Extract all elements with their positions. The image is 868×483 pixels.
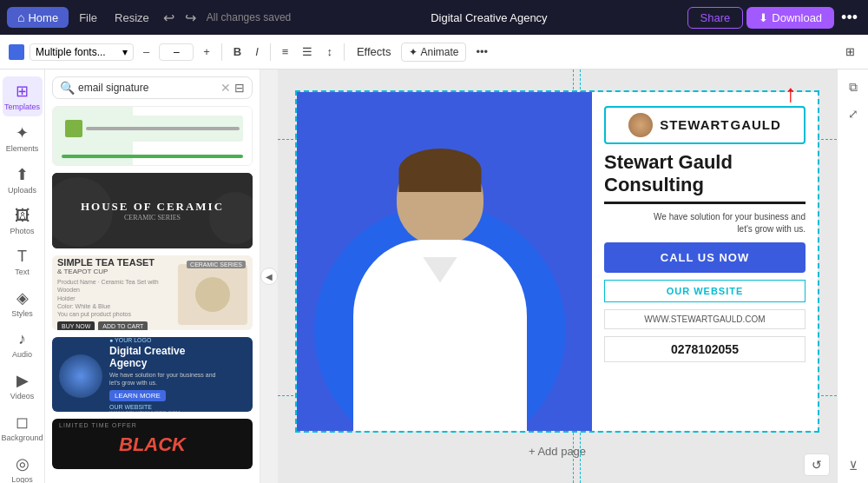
sidebar-label-templates: Templates — [4, 103, 40, 111]
tcard4-title-text: Digital CreativeAgency — [109, 345, 215, 369]
add-page-button[interactable]: + Add page — [518, 441, 596, 461]
sidebar-label-photos: Photos — [10, 227, 34, 235]
green-bar-element — [62, 155, 243, 158]
sidebar-label-background: Background — [1, 433, 43, 442]
sidebar-item-logos[interactable]: ◎ Logos — [3, 449, 43, 483]
left-section — [297, 92, 592, 431]
home-button[interactable]: ⌂ Home — [7, 7, 69, 28]
search-clear-button[interactable]: ✕ — [220, 81, 231, 95]
sidebar-label-uploads: Uploads — [8, 186, 36, 195]
brand-avatar — [628, 113, 653, 137]
sidebar-item-photos[interactable]: 🖼 Photos — [3, 202, 43, 241]
resize-handle-button[interactable]: ⊻ — [845, 455, 861, 476]
template-preview-4: ● YOUR LOGO Digital CreativeAgency We ha… — [52, 337, 253, 412]
align-button[interactable]: ≡ — [278, 43, 293, 60]
background-icon: ◻ — [16, 413, 29, 432]
italic-button[interactable]: I — [251, 43, 263, 60]
consultant-name: Stewart GauldConsulting — [604, 151, 806, 205]
sidebar-label-text: Text — [15, 268, 30, 276]
sidebar-item-background[interactable]: ◻ Background — [3, 407, 43, 447]
home-label: Home — [28, 11, 58, 24]
styles-icon: ◈ — [16, 288, 29, 308]
tcard4-circle — [59, 354, 102, 398]
sidebar-label-elements: Elements — [6, 144, 39, 153]
project-title: Digital Creative Agency — [431, 11, 547, 24]
template-preview-1 — [53, 107, 252, 165]
sidebar-item-audio[interactable]: ♪ Audio — [3, 325, 43, 364]
spacing-button[interactable]: ↕ — [322, 43, 337, 60]
panel-toggle-button[interactable]: ⊞ — [841, 43, 859, 60]
effects-button[interactable]: Effects — [352, 43, 397, 60]
person-container — [314, 136, 566, 431]
separator — [221, 43, 222, 61]
file-menu[interactable]: File — [72, 11, 104, 24]
bottom-tools: ↺ — [804, 453, 830, 476]
download-icon: ⬇ — [759, 11, 768, 24]
tcard3-title-text: SIMPLE TEA TEASET — [57, 257, 173, 268]
search-icon: 🔍 — [60, 81, 75, 95]
search-bar: 🔍 ✕ ⊟ — [52, 76, 253, 99]
audio-icon: ♪ — [18, 330, 26, 348]
font-size-plus[interactable]: + — [199, 43, 214, 60]
sidebar-item-styles[interactable]: ◈ Styles — [3, 283, 43, 323]
list-button[interactable]: ☰ — [298, 43, 317, 60]
refresh-button[interactable]: ↺ — [804, 453, 830, 476]
main-layout: ⊞ Templates ✦ Elements ⬆ Uploads 🖼 Photo… — [0, 69, 868, 483]
tagline: We have solution for your business andle… — [604, 211, 806, 235]
template-card-3[interactable]: SIMPLE TEA TEASET & TEAPOT CUP Product N… — [52, 255, 253, 330]
filter-button[interactable]: ⊟ — [234, 81, 245, 95]
undo-button[interactable]: ↩ — [160, 8, 178, 28]
sidebar-item-elements[interactable]: ✦ Elements — [3, 118, 43, 158]
sidebar-label-styles: Styles — [11, 309, 33, 318]
font-size-minus[interactable]: – — [139, 43, 154, 60]
sidebar-label-audio: Audio — [12, 350, 32, 359]
redo-button[interactable]: ↪ — [181, 8, 200, 28]
separator3 — [344, 43, 345, 61]
sidebar-label-logos: Logos — [11, 475, 33, 483]
tcard2-title-text: HOUSE OF CERAMIC — [81, 200, 224, 214]
font-size-display: – — [159, 43, 194, 61]
canvas-area: STEWART GAULD Stewart GauldConsulting We… — [278, 69, 837, 483]
elements-icon: ✦ — [16, 123, 29, 142]
more-options-button[interactable]: ••• — [838, 9, 861, 27]
home-icon: ⌂ — [17, 10, 24, 24]
animate-icon: ✦ — [409, 46, 418, 58]
website-link[interactable]: OUR WEBSITE — [604, 280, 806, 302]
resize-menu[interactable]: Resize — [108, 11, 156, 24]
share-button[interactable]: Share — [687, 7, 744, 29]
toolbar-more-button[interactable]: ••• — [471, 43, 492, 60]
brand-header: STEWART GAULD — [604, 106, 806, 144]
sidebar-item-templates[interactable]: ⊞ Templates — [3, 76, 43, 116]
sidebar-item-videos[interactable]: ▶ Videos — [3, 366, 43, 406]
position-button[interactable]: ⧉ — [845, 76, 861, 98]
sidebar-item-uploads[interactable]: ⬆ Uploads — [3, 160, 43, 200]
logos-icon: ◎ — [16, 454, 30, 473]
bold-button[interactable]: B — [229, 43, 246, 60]
font-selector[interactable]: Multiple fonts... ▾ — [30, 43, 134, 61]
person-hair — [399, 149, 482, 192]
text-icon: T — [17, 248, 27, 266]
search-input[interactable] — [78, 82, 217, 94]
animate-button[interactable]: ✦ Animate — [401, 43, 466, 62]
templates-panel: 🔍 ✕ ⊟ HOUSE OF CERAMIC CERAMIC S — [45, 69, 260, 483]
color-swatch[interactable] — [9, 44, 24, 60]
website-url: WWW.STEWARTGAULD.COM — [604, 309, 806, 329]
photos-icon: 🖼 — [15, 207, 30, 225]
sidebar-item-text[interactable]: T Text — [3, 242, 43, 281]
template-card-4[interactable]: ● YOUR LOGO Digital CreativeAgency We ha… — [52, 337, 253, 412]
videos-icon: ▶ — [16, 371, 29, 390]
tcard5-title-text: BLACK — [119, 433, 186, 456]
chevron-down-icon: ▾ — [122, 46, 128, 58]
template-card-1[interactable] — [52, 106, 253, 166]
template-card-2[interactable]: HOUSE OF CERAMIC CERAMIC SERIES — [52, 173, 253, 248]
right-panel: ⧉ ⤢ ⊻ — [837, 69, 868, 483]
panel-collapse-button[interactable]: ◀ — [260, 268, 278, 285]
expand-button[interactable]: ⤢ — [845, 103, 862, 124]
tcard4-cta-btn[interactable]: LEARN MORE — [109, 390, 166, 401]
download-button[interactable]: ⬇ Download — [746, 7, 834, 29]
brand-name-right: GAULD — [731, 117, 781, 132]
canvas-wrapper[interactable]: STEWART GAULD Stewart GauldConsulting We… — [297, 92, 818, 431]
cta-button[interactable]: CALL US NOW — [604, 242, 806, 273]
left-sidebar: ⊞ Templates ✦ Elements ⬆ Uploads 🖼 Photo… — [0, 69, 45, 483]
template-card-5[interactable]: LIMITED TIME OFFER BLACK — [52, 419, 253, 469]
